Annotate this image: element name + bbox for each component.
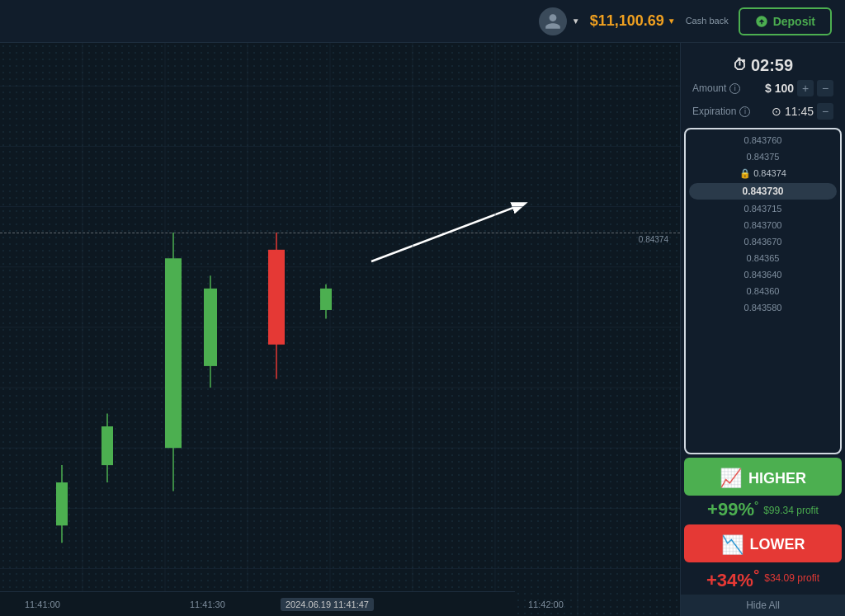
expiration-info-icon[interactable]: i xyxy=(739,106,750,117)
lower-label: LOWER xyxy=(750,536,805,553)
amount-increase-btn[interactable]: + xyxy=(797,80,814,96)
price-level-9[interactable]: 0.843580 xyxy=(689,300,837,315)
hide-all-button[interactable]: Hide All xyxy=(681,595,845,616)
right-panel: ⏱ 02:59 Amount i $ 100 + − Expiration i xyxy=(680,43,845,616)
timer-icon: ⏱ xyxy=(733,57,748,74)
price-level-current[interactable]: 0.843730 xyxy=(689,183,837,200)
chart-area: 0.84374 11:41:00 11:41:30 2024.06.19 11:… xyxy=(0,43,680,616)
deposit-button[interactable]: Deposit xyxy=(739,7,832,35)
higher-profit-display: +99%° $99.34 profit xyxy=(681,496,845,524)
svg-rect-21 xyxy=(101,426,113,465)
balance-display: $11,100.69 ▼ xyxy=(590,12,676,30)
amount-label: Amount i xyxy=(692,82,740,94)
amount-row: Amount i $ 100 + − xyxy=(686,78,840,101)
lower-profit-pct: +34%° xyxy=(706,566,759,591)
price-level-5[interactable]: 0.843670 xyxy=(689,234,837,249)
avatar xyxy=(539,7,567,35)
svg-rect-25 xyxy=(204,289,217,366)
amount-controls: $ 100 + − xyxy=(765,80,833,96)
ts-label-2: 11:41:30 xyxy=(190,600,225,609)
price-level-3[interactable]: 0.843715 xyxy=(689,201,837,216)
timestamp-bar: 11:41:00 11:41:30 2024.06.19 11:41:47 11… xyxy=(0,591,515,616)
price-level-1[interactable]: 0.84375 xyxy=(689,149,837,164)
price-level-7[interactable]: 0.843640 xyxy=(689,267,837,282)
avatar-area[interactable]: ▼ xyxy=(539,7,580,35)
header: ▼ $11,100.69 ▼ Cash back Deposit xyxy=(0,0,845,43)
lower-icon: 📉 xyxy=(721,534,744,556)
price-ladder: 0.843760 0.84375 🔒 0.84374 0.843730 0.84… xyxy=(684,128,842,454)
price-level-4[interactable]: 0.843700 xyxy=(689,218,837,233)
higher-icon: 📈 xyxy=(720,468,742,489)
svg-rect-19 xyxy=(56,482,68,525)
deposit-label: Deposit xyxy=(773,15,815,28)
amount-value: $ 100 xyxy=(765,82,794,95)
timer-value: 02:59 xyxy=(751,56,793,75)
top-controls: ⏱ 02:59 Amount i $ 100 + − Expiration i xyxy=(681,43,845,126)
svg-rect-23 xyxy=(165,258,182,448)
price-level-8[interactable]: 0.84360 xyxy=(689,284,837,299)
svg-text:0.84374: 0.84374 xyxy=(639,235,668,244)
price-level-lock[interactable]: 🔒 0.84374 xyxy=(689,166,837,181)
higher-label: HIGHER xyxy=(748,470,806,487)
svg-rect-27 xyxy=(268,250,285,345)
amount-decrease-btn[interactable]: − xyxy=(817,80,833,96)
higher-button[interactable]: 📈 HIGHER xyxy=(684,458,842,496)
avatar-dropdown-arrow: ▼ xyxy=(572,16,580,26)
svg-rect-29 xyxy=(320,289,332,310)
expiration-label: Expiration i xyxy=(692,106,750,117)
lower-button[interactable]: 📉 LOWER xyxy=(684,524,842,562)
expiration-decrease-btn[interactable]: − xyxy=(817,103,833,120)
ts-label-3: 11:42:00 xyxy=(528,600,564,609)
lower-profit-display: +34%° $34.09 profit xyxy=(681,562,845,595)
price-level-0[interactable]: 0.843760 xyxy=(689,133,837,148)
balance-dropdown-arrow: ▼ xyxy=(668,16,676,26)
candlestick-chart: 0.84374 xyxy=(0,43,680,616)
higher-profit-amount: $99.34 profit xyxy=(763,505,819,516)
expiration-value: ⊙ 11:45 xyxy=(772,105,814,118)
ts-current: 2024.06.19 11:41:47 xyxy=(281,598,374,611)
balance-value: $11,100.69 xyxy=(590,12,664,30)
amount-info-icon[interactable]: i xyxy=(729,83,740,94)
expiration-row: Expiration i ⊙ 11:45 − xyxy=(686,101,840,126)
timer-row: ⏱ 02:59 xyxy=(686,48,840,78)
deposit-icon xyxy=(755,15,768,28)
cashback-button[interactable]: Cash back xyxy=(686,16,729,26)
lower-profit-amount: $34.09 profit xyxy=(764,572,819,584)
timer-display: ⏱ 02:59 xyxy=(733,56,793,75)
expiration-controls: ⊙ 11:45 − xyxy=(772,103,833,120)
higher-profit-pct: +99%° xyxy=(707,499,758,520)
ts-label-1: 11:41:00 xyxy=(25,600,60,609)
price-level-6[interactable]: 0.84365 xyxy=(689,251,837,266)
